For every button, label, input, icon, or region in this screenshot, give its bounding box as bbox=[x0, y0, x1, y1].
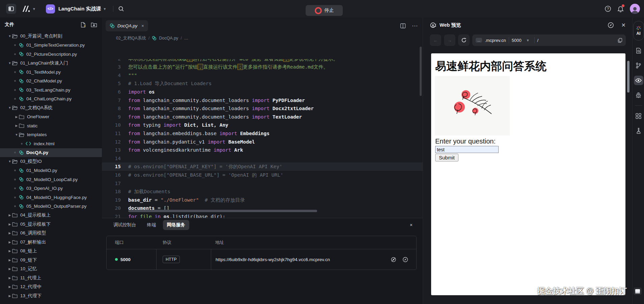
tree-folder[interactable]: ▶10_记忆 bbox=[0, 264, 102, 274]
service-address[interactable]: https://6uib9x8r-hd6qkbrs-wy2shjk7hg94.v… bbox=[211, 249, 416, 270]
code-line[interactable]: 15# os.environ["OPENAI_API_KEY"] = '你的Op… bbox=[102, 162, 423, 171]
stop-button[interactable]: 停止 bbox=[306, 5, 343, 16]
tree-folder[interactable]: ▼00_开篇词_奇点时刻 bbox=[0, 32, 102, 41]
eye-icon[interactable] bbox=[634, 76, 643, 85]
breadcrumb-segment[interactable]: … bbox=[184, 36, 189, 41]
new-file-icon[interactable] bbox=[80, 22, 86, 28]
tree-file[interactable]: 02_ChatModel.py bbox=[0, 77, 102, 86]
tree-folder[interactable]: ▶08_链上 bbox=[0, 247, 102, 256]
split-editor-icon[interactable] bbox=[400, 23, 406, 29]
tree-folder[interactable]: ▶04_提示模板上 bbox=[0, 211, 102, 220]
breadcrumb[interactable]: 02_文档QA系统/DocQA.py/… bbox=[102, 34, 423, 43]
code-line[interactable]: 13from volcenginesdkarkruntime import Ar… bbox=[102, 146, 423, 154]
chevron-right-icon[interactable]: ▶ bbox=[7, 285, 12, 288]
grid-icon[interactable] bbox=[634, 111, 643, 121]
chevron-right-icon[interactable]: ▶ bbox=[14, 124, 19, 127]
tree-folder[interactable]: ▶13_代理下 bbox=[0, 292, 102, 301]
refresh-icon[interactable] bbox=[458, 34, 470, 46]
preview-scrollbar[interactable] bbox=[627, 61, 629, 93]
code-line[interactable]: 10from typing import Dict, List, Any bbox=[102, 121, 423, 129]
help-icon[interactable]: ? bbox=[605, 5, 611, 12]
file-search-icon[interactable] bbox=[634, 46, 643, 55]
code-line[interactable]: 11from langchain.embeddings.base import … bbox=[102, 129, 423, 138]
avatar[interactable] bbox=[630, 4, 640, 14]
monitor-icon[interactable] bbox=[633, 287, 642, 295]
chevron-right-icon[interactable]: ▶ bbox=[7, 276, 12, 280]
git-branch-icon[interactable] bbox=[634, 61, 643, 70]
code-line[interactable]: 4""" bbox=[102, 71, 423, 80]
tree-folder[interactable]: ▶11_代理上 bbox=[0, 274, 102, 283]
more-actions-icon[interactable]: ⋯ bbox=[412, 22, 418, 29]
new-folder-icon[interactable] bbox=[91, 22, 97, 28]
code-area[interactable]: 2本示例为文档问答系统模板，运行后可在右侧打开“Web 预览”查看页面；更多说明… bbox=[102, 43, 423, 218]
tree-folder[interactable]: ▼02_文档QA系统 bbox=[0, 103, 102, 112]
code-line[interactable]: 3您可以点击最上方的“运行”按钮，直接运行该文件；更多操作指引请参考Readme… bbox=[102, 63, 423, 71]
submit-button[interactable]: Submit bbox=[435, 154, 458, 161]
code-line[interactable]: 12from langchain.pydantic_v1 import Base… bbox=[102, 138, 423, 146]
close-panel-icon[interactable]: × bbox=[410, 222, 413, 228]
tree-folder[interactable]: ▶07_解析输出 bbox=[0, 238, 102, 247]
code-line[interactable]: 8from langchain_community.document_loade… bbox=[102, 104, 423, 113]
copy-icon[interactable] bbox=[618, 38, 622, 43]
tree-folder[interactable]: ▶06_调用模型 bbox=[0, 229, 102, 238]
chevron-down-icon[interactable]: ▼ bbox=[7, 106, 12, 109]
tree-file[interactable]: 01_ModelIO.py bbox=[0, 166, 102, 175]
tree-folder[interactable]: ▶05_提示模板下 bbox=[0, 220, 102, 229]
question-input[interactable] bbox=[435, 146, 499, 153]
code-line[interactable]: 16# os.environ["OPENAI_BASE_URL"] = 'Ope… bbox=[102, 171, 423, 179]
url-bar[interactable]: ... .mcprev.cn 5000 ▼ / bbox=[472, 34, 626, 46]
ai-assistant-icon[interactable]: AI bbox=[633, 21, 644, 41]
tree-file[interactable]: 02_PictureDescription.py bbox=[0, 50, 102, 59]
tree-folder[interactable]: ▼03_模型IO bbox=[0, 157, 102, 166]
tree-folder[interactable]: ▼templates bbox=[0, 130, 102, 140]
bug-icon[interactable] bbox=[634, 91, 643, 100]
chevron-right-icon[interactable]: ▶ bbox=[7, 223, 12, 226]
tree-file[interactable]: 04_ChatLongChain.py bbox=[0, 95, 102, 104]
code-line[interactable]: 19base_dir = "./OneFlower" # 文档的存放目录 bbox=[102, 196, 423, 204]
tree-file[interactable]: 03_OpenAI_IO.py bbox=[0, 184, 102, 193]
chevron-down-icon[interactable]: ▼ bbox=[7, 61, 12, 65]
bell-icon[interactable] bbox=[617, 5, 624, 12]
tree-folder[interactable]: ▶static bbox=[0, 121, 102, 130]
chevron-right-icon[interactable]: ▶ bbox=[7, 267, 12, 271]
tree-folder[interactable]: ▶12_代理中 bbox=[0, 282, 102, 292]
chevron-down-icon[interactable]: ▼ bbox=[14, 133, 19, 136]
chevron-right-icon[interactable]: ▶ bbox=[7, 240, 12, 244]
chevron-down-icon[interactable]: ▼ bbox=[7, 34, 12, 38]
code-line[interactable]: 17 bbox=[102, 179, 423, 188]
marscode-logo[interactable] bbox=[22, 5, 30, 12]
code-line[interactable]: 6import os bbox=[102, 88, 423, 96]
tree-folder[interactable]: ▶09_链下 bbox=[0, 256, 102, 265]
tree-file[interactable]: 01_TextModel.py bbox=[0, 68, 102, 77]
port-select[interactable]: 5000 bbox=[512, 38, 522, 43]
bottom-tab-item[interactable]: 终端 bbox=[143, 220, 160, 230]
chevron-right-icon[interactable]: ▶ bbox=[7, 249, 12, 253]
flask-icon[interactable] bbox=[634, 126, 643, 135]
tree-folder[interactable]: ▶OneFlower bbox=[0, 112, 102, 122]
code-line[interactable]: 5# 1.Load 导入Document Loaders bbox=[102, 79, 423, 88]
editor-horizontal-scrollbar[interactable] bbox=[128, 210, 317, 212]
open-in-browser-icon[interactable] bbox=[608, 22, 614, 28]
tree-file[interactable]: 05_ModelIO_OutputParser.py bbox=[0, 202, 102, 211]
code-line[interactable]: 9from langchain_community.document_loade… bbox=[102, 113, 423, 121]
tree-file[interactable]: 04_ModelIO_HuggingFace.py bbox=[0, 193, 102, 202]
chevron-down-icon[interactable]: ▼ bbox=[103, 7, 107, 11]
tree-folder[interactable]: ▼01_LangChain快速入门 bbox=[0, 59, 102, 68]
code-line[interactable]: 21for file in os.listdir(base_dir): bbox=[102, 212, 423, 218]
breadcrumb-segment[interactable]: 02_文档QA系统 bbox=[116, 35, 146, 41]
tree-file[interactable]: 01_SimpleTextGeneration.py bbox=[0, 41, 102, 50]
code-line[interactable]: 7from langchain_community.document_loade… bbox=[102, 96, 423, 105]
breadcrumb-segment[interactable]: DocQA.py bbox=[159, 36, 178, 41]
back-icon[interactable]: ← bbox=[430, 34, 441, 46]
search-icon[interactable] bbox=[118, 6, 124, 12]
tree-file[interactable]: index.html bbox=[0, 139, 102, 148]
tree-file[interactable]: 03_TextLangChain.py bbox=[0, 85, 102, 95]
code-line[interactable]: 14 bbox=[102, 154, 423, 163]
code-line[interactable]: 2本示例为文档问答系统模板，运行后可在右侧打开“Web 预览”查看页面；更多说明… bbox=[102, 59, 423, 63]
close-icon[interactable]: ✕ bbox=[621, 22, 626, 28]
chevron-right-icon[interactable]: ▶ bbox=[7, 258, 12, 262]
chevron-right-icon[interactable]: ▶ bbox=[14, 115, 19, 119]
chevron-right-icon[interactable]: ▶ bbox=[7, 231, 12, 235]
close-tab-icon[interactable]: × bbox=[141, 23, 144, 28]
editor-vertical-scrollbar[interactable] bbox=[420, 47, 422, 96]
